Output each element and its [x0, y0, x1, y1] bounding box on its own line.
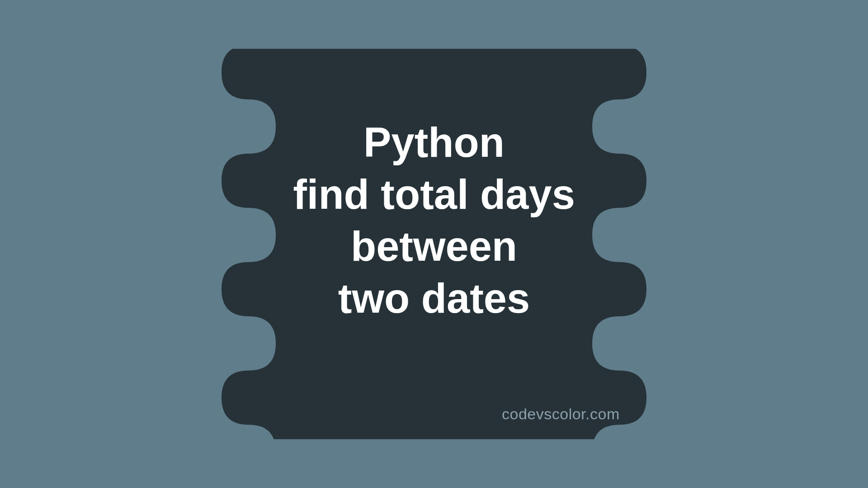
- title-line-2: find total days: [293, 169, 575, 221]
- title-line-4: two dates: [293, 272, 575, 324]
- banner-title: Python find total days between two dates: [293, 117, 575, 324]
- watermark-text: codevscolor.com: [502, 405, 620, 423]
- title-line-3: between: [293, 221, 575, 272]
- title-line-1: Python: [293, 117, 575, 169]
- banner-canvas: Python find total days between two dates…: [87, 49, 781, 439]
